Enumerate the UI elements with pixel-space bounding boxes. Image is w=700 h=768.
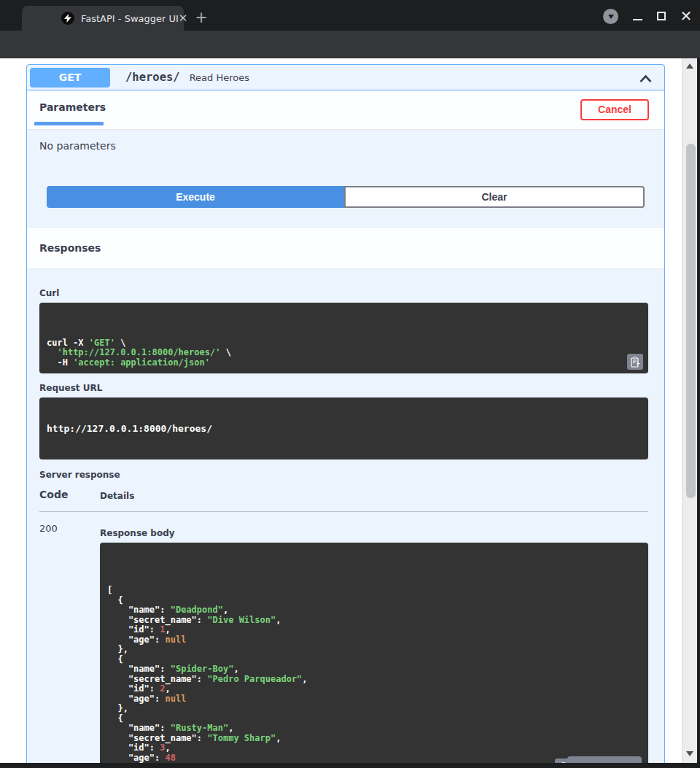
scrollbar-down-arrow-icon[interactable] xyxy=(686,751,693,756)
request-url-value: http://127.0.0.1:8000/heroes/ xyxy=(47,423,212,434)
opblock-header[interactable]: GET /heroes/ Read Heroes xyxy=(27,65,664,90)
tab-search-button[interactable] xyxy=(603,9,618,24)
execute-button[interactable]: Execute xyxy=(47,186,344,208)
copy-curl-button[interactable] xyxy=(627,354,643,370)
opblock-get-heroes: GET /heroes/ Read Heroes Parameters Canc… xyxy=(26,64,665,763)
parameters-header: Parameters Cancel xyxy=(27,90,664,130)
request-url-code: http://127.0.0.1:8000/heroes/ xyxy=(39,397,648,459)
response-details-cell: Response body Download [ xyxy=(100,523,648,763)
responses-title: Responses xyxy=(39,242,101,254)
browser-toolbar: ← → 127.0.0.1:8000/docs#/default/read_he… xyxy=(0,31,700,58)
download-button[interactable]: Download xyxy=(567,756,642,763)
execute-row: Execute Clear xyxy=(47,186,645,208)
no-parameters-text: No parameters xyxy=(27,130,664,162)
curl-label: Curl xyxy=(39,288,648,298)
response-body-code: Download [ { "name": "Deadpond", "secret… xyxy=(100,543,648,763)
tab-close-icon[interactable]: ✕ xyxy=(179,12,188,25)
window-minimize-button[interactable] xyxy=(633,19,642,20)
browser-tab[interactable]: FastAPI - Swagger UI ✕ xyxy=(22,6,184,31)
clear-button[interactable]: Clear xyxy=(344,186,645,208)
tab-parameters[interactable]: Parameters xyxy=(39,101,106,113)
parameters-tab-underline xyxy=(34,122,104,125)
responses-header: Responses xyxy=(27,227,664,269)
window-bottom-edge xyxy=(0,763,700,768)
collapse-chevron-icon[interactable] xyxy=(636,69,656,86)
server-response-table-header: Code Details xyxy=(39,489,648,512)
window-maximize-button[interactable] xyxy=(657,12,666,20)
caret-down-icon xyxy=(608,15,614,19)
cancel-button[interactable]: Cancel xyxy=(580,99,649,120)
method-badge: GET xyxy=(30,68,110,88)
details-column-header: Details xyxy=(100,489,134,501)
tab-title: FastAPI - Swagger UI xyxy=(81,13,179,24)
responses-content: Curl curl -X 'GET' \ 'http://127.0.0.1:8… xyxy=(27,269,664,763)
status-code: 200 xyxy=(39,523,100,763)
swagger-page: GET /heroes/ Read Heroes Parameters Canc… xyxy=(0,58,682,763)
scrollbar-thumb[interactable] xyxy=(686,144,696,498)
endpoint-summary: Read Heroes xyxy=(190,72,249,83)
response-body-label: Response body xyxy=(100,523,648,538)
server-response-label: Server response xyxy=(39,470,648,480)
browser-titlebar: FastAPI - Swagger UI ✕ + ✕ xyxy=(0,0,700,31)
fastapi-favicon-icon xyxy=(61,12,74,25)
window-close-button[interactable]: ✕ xyxy=(677,7,695,25)
window-right-edge xyxy=(697,58,700,768)
code-column-header: Code xyxy=(39,489,100,501)
curl-code: curl -X 'GET' \ 'http://127.0.0.1:8000/h… xyxy=(39,303,648,373)
endpoint-path: /heroes/ xyxy=(125,71,180,84)
request-url-label: Request URL xyxy=(39,383,648,393)
server-response-row: 200 Response body xyxy=(39,512,648,763)
scrollbar-up-arrow-icon[interactable] xyxy=(686,63,693,69)
new-tab-button[interactable]: + xyxy=(191,8,211,28)
page-scrollbar[interactable] xyxy=(682,58,697,763)
